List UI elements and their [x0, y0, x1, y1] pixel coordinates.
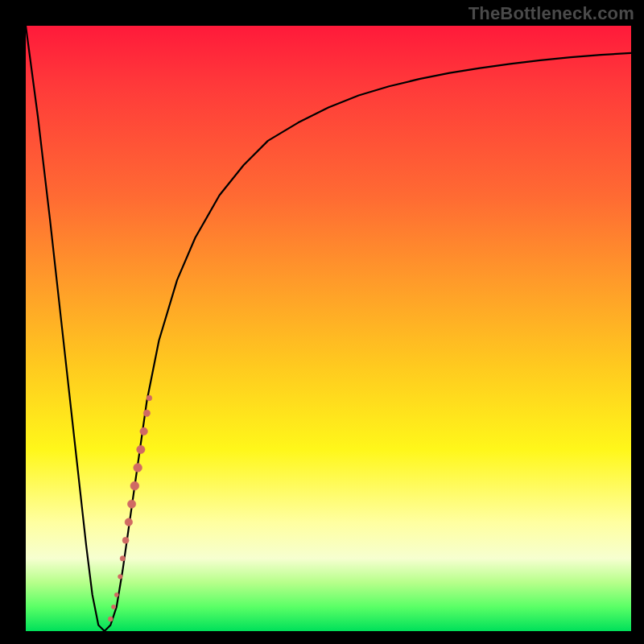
chart-overlay: [26, 26, 631, 631]
data-dot: [125, 518, 133, 526]
data-dot: [111, 605, 115, 609]
data-dot: [130, 481, 139, 490]
data-dot: [108, 617, 113, 621]
data-dot: [118, 575, 123, 580]
data-dot: [143, 410, 150, 416]
data-dot: [134, 464, 142, 473]
data-dot: [114, 592, 118, 597]
data-dot: [122, 537, 129, 543]
watermark-text: TheBottleneck.com: [469, 3, 634, 24]
bottleneck-curve: [26, 26, 631, 631]
plot-area: [26, 26, 631, 631]
data-dot: [140, 427, 148, 436]
data-dot: [147, 395, 152, 401]
data-dot: [127, 500, 135, 508]
chart-frame: TheBottleneck.com: [0, 0, 644, 644]
data-dot: [120, 556, 125, 561]
data-dots: [108, 395, 152, 621]
data-dot: [137, 445, 145, 453]
